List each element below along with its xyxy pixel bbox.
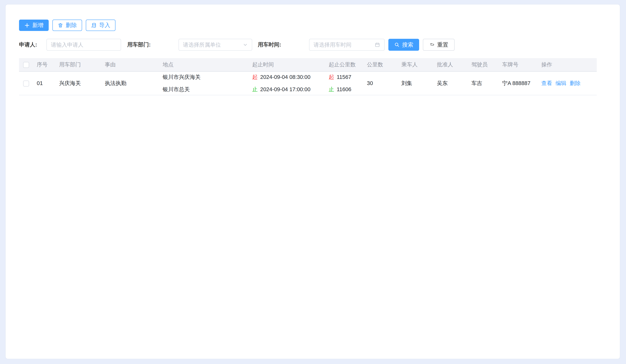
filter-bar: 申请人: 用车部门: 用车时间: 搜索 [6, 39, 620, 51]
cell-km-range: 起 11567 止 11606 [325, 72, 363, 95]
content-card: 新增 删除 导入 申请人: 用车部门: [5, 4, 620, 359]
km-start-tag: 起 [329, 73, 334, 81]
use-time-label: 用车时间: [258, 39, 281, 51]
search-button-label: 搜索 [402, 41, 413, 49]
col-header-plate: 车牌号 [498, 58, 538, 72]
table-header-row: 序号 用车部门 事由 地点 起止时间 起止公里数 公里数 乘车人 批准人 驾驶员… [19, 58, 597, 72]
location-end: 银川市总关 [163, 86, 248, 93]
km-end-value: 11606 [337, 86, 352, 93]
cell-location: 银川市兴庆海关 银川市总关 [159, 72, 248, 95]
time-end-value: 2024-09-04 17:00:00 [260, 86, 310, 93]
col-header-time-range: 起止时间 [248, 58, 325, 72]
delete-button-label: 删除 [66, 21, 77, 29]
time-start-value: 2024-09-04 08:30:00 [260, 74, 310, 80]
location-start: 银川市兴庆海关 [163, 73, 248, 81]
col-header-reason: 事由 [101, 58, 159, 72]
delete-button[interactable]: 删除 [52, 20, 82, 31]
view-link[interactable]: 查看 [541, 80, 552, 87]
search-icon [394, 42, 400, 48]
cell-approver: 吴东 [433, 72, 468, 95]
add-button[interactable]: 新增 [19, 20, 49, 31]
cell-km-total: 30 [363, 72, 398, 95]
row-checkbox[interactable] [23, 80, 29, 86]
cell-plate: 宁A 888887 [498, 72, 538, 95]
select-all-checkbox[interactable] [23, 62, 29, 68]
calendar-icon [375, 42, 380, 48]
vehicle-usage-table: 序号 用车部门 事由 地点 起止时间 起止公里数 公里数 乘车人 批准人 驾驶员… [19, 58, 597, 95]
use-time-input[interactable] [313, 42, 372, 48]
delete-link[interactable]: 删除 [570, 80, 581, 87]
cell-index: 01 [33, 72, 55, 95]
cell-actions: 查看 编辑 删除 [538, 72, 597, 95]
department-select-input[interactable] [183, 42, 241, 48]
km-start-value: 11567 [337, 74, 352, 80]
km-end-tag: 止 [329, 86, 334, 93]
cell-passenger: 刘集 [398, 72, 433, 95]
col-header-driver: 驾驶员 [468, 58, 498, 72]
cell-time-range: 起 2024-09-04 08:30:00 止 2024-09-04 17:00… [248, 72, 325, 95]
edit-link[interactable]: 编辑 [555, 80, 566, 87]
search-button[interactable]: 搜索 [388, 39, 419, 51]
reset-button-label: 重置 [437, 41, 448, 49]
use-time-picker[interactable] [309, 39, 385, 51]
col-header-passenger: 乘车人 [398, 58, 433, 72]
database-import-icon [91, 23, 97, 28]
add-button-label: 新增 [32, 21, 43, 29]
toolbar: 新增 删除 导入 [19, 20, 116, 31]
trash-icon [58, 23, 63, 28]
time-end-tag: 止 [252, 86, 258, 93]
reset-button[interactable]: 重置 [423, 39, 455, 51]
time-start-tag: 起 [252, 73, 258, 81]
col-header-km-range: 起止公里数 [325, 58, 363, 72]
applicant-input-box [46, 39, 121, 51]
applicant-label: 申请人: [19, 39, 37, 51]
department-select[interactable] [179, 39, 252, 51]
col-header-km-total: 公里数 [363, 58, 398, 72]
plus-icon [24, 23, 30, 28]
chevron-down-icon [243, 42, 248, 47]
col-header-actions: 操作 [538, 58, 597, 72]
import-button[interactable]: 导入 [86, 20, 116, 31]
table-row: 01 兴庆海关 执法执勤 银川市兴庆海关 银川市总关 起 2024 [19, 72, 597, 95]
col-header-location: 地点 [159, 58, 248, 72]
import-button-label: 导入 [99, 21, 110, 29]
col-header-department: 用车部门 [55, 58, 101, 72]
col-header-approver: 批准人 [433, 58, 468, 72]
applicant-input[interactable] [51, 42, 117, 48]
cell-driver: 车吉 [468, 72, 498, 95]
cell-department: 兴庆海关 [55, 72, 101, 95]
department-label: 用车部门: [127, 39, 151, 51]
col-header-index: 序号 [33, 58, 55, 72]
cell-reason: 执法执勤 [101, 72, 159, 95]
reset-icon [429, 42, 435, 48]
